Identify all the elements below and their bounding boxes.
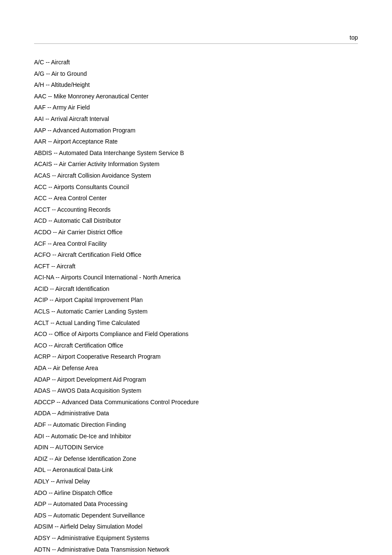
page-container: top A/C -- AircraftA/G -- Air to GroundA… [0, 0, 392, 555]
list-item: ACI-NA -- Airports Council International… [34, 272, 358, 283]
list-item: ADSY -- Administrative Equipment Systems [34, 532, 358, 544]
list-item: ADCCP -- Advanced Data Communications Co… [34, 397, 358, 408]
list-item: ACAIS -- Air Carrier Activity Informatio… [34, 158, 358, 170]
list-item: ADIZ -- Air Defense Identification Zone [34, 453, 358, 465]
list-item: ACO -- Aircraft Certification Office [34, 340, 358, 351]
list-item: ADI -- Automatic De-Ice and Inhibitor [34, 431, 358, 442]
list-item: ACCT -- Accounting Records [34, 204, 358, 216]
glossary-list: A/C -- AircraftA/G -- Air to GroundA/H -… [34, 57, 358, 555]
list-item: ADA -- Air Defense Area [34, 362, 358, 374]
list-item: ACDO -- Air Carrier District Office [34, 227, 358, 238]
list-item: ADIN -- AUTODIN Service [34, 442, 358, 453]
list-item: ACLT -- Actual Landing Time Calculated [34, 317, 358, 329]
list-item: ACRP -- Airport Cooperative Research Pro… [34, 351, 358, 362]
list-item: ACAS -- Aircraft Collision Avoidance Sys… [34, 170, 358, 181]
list-item: ADTN -- Administrative Data Transmission… [34, 544, 358, 555]
top-bar: top [34, 34, 358, 44]
list-item: ABDIS -- Automated Data Interchange Syst… [34, 147, 358, 159]
list-item: ADL -- Aeronautical Data-Link [34, 464, 358, 476]
list-item: ADS -- Automatic Dependent Surveillance [34, 510, 358, 521]
list-item: AAF -- Army Air Field [34, 102, 358, 113]
list-item: AAC -- Mike Monroney Aeronautical Center [34, 91, 358, 102]
list-item: A/H -- Altitude/Height [34, 79, 358, 91]
list-item: ACIP -- Airport Capital Improvement Plan [34, 294, 358, 306]
list-item: ADSIM -- Airfield Delay Simulation Model [34, 521, 358, 532]
list-item: AAI -- Arrival Aircraft Interval [34, 113, 358, 125]
list-item: AAR -- Airport Acceptance Rate [34, 136, 358, 147]
list-item: ADAS -- AWOS Data Acquisition System [34, 385, 358, 397]
list-item: ACLS -- Automatic Carrier Landing System [34, 306, 358, 317]
list-item: ADO -- Airline Dispatch Office [34, 487, 358, 499]
list-item: A/C -- Aircraft [34, 57, 358, 68]
list-item: ADAP -- Airport Development Aid Program [34, 374, 358, 385]
list-item: AAP -- Advanced Automation Program [34, 125, 358, 136]
list-item: ACF -- Area Control Facility [34, 238, 358, 250]
list-item: ACC -- Area Control Center [34, 193, 358, 204]
list-item: ACO -- Office of Airports Compliance and… [34, 328, 358, 340]
list-item: ACFO -- Aircraft Certification Field Off… [34, 249, 358, 261]
list-item: ACC -- Airports Consultants Council [34, 181, 358, 193]
top-link[interactable]: top [350, 34, 358, 41]
list-item: ADDA -- Administrative Data [34, 408, 358, 419]
list-item: ADLY -- Arrival Delay [34, 476, 358, 487]
list-item: ACD -- Automatic Call Distributor [34, 215, 358, 227]
list-item: ACID -- Aircraft Identification [34, 283, 358, 295]
list-item: ADP -- Automated Data Processing [34, 498, 358, 510]
list-item: ACFT -- Aircraft [34, 261, 358, 272]
list-item: A/G -- Air to Ground [34, 68, 358, 80]
list-item: ADF -- Automatic Direction Finding [34, 419, 358, 431]
